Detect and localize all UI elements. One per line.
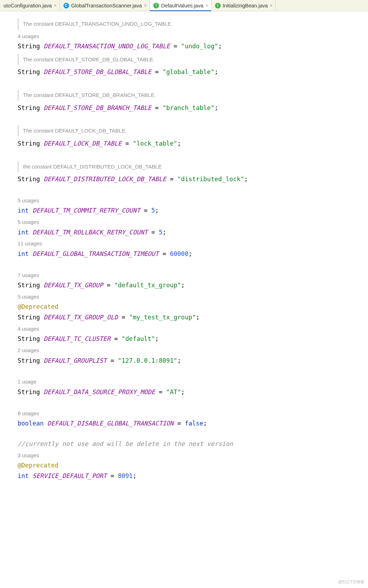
usages-hint[interactable]: 7 usages — [18, 271, 368, 280]
type-token: int — [18, 207, 29, 214]
field-value: "AT" — [166, 388, 181, 396]
blank-line — [18, 398, 368, 408]
field-declaration: String DEFAULT_STORE_DB_BRANCH_TABLE = "… — [18, 103, 368, 114]
blank-line — [18, 366, 368, 376]
type-token: String — [18, 68, 40, 75]
field-declaration: String DEFAULT_TC_CLUSTER = "default"; — [18, 334, 368, 344]
tab-label: DefaultValues.java — [161, 3, 203, 8]
type-token: boolean — [18, 420, 44, 427]
field-declaration: int DEFAULT_GLOBAL_TRANSACTION_TIMEOUT =… — [18, 249, 368, 259]
file-type-icon: I — [215, 3, 221, 8]
field-declaration: int SERVICE_DEFAULT_PORT = 8091; — [18, 471, 368, 482]
close-icon[interactable]: × — [270, 3, 273, 8]
field-name: DEFAULT_DISTRIBUTED_LOCK_DB_TABLE — [44, 176, 166, 183]
field-value: "global_table" — [162, 68, 215, 75]
field-declaration: String DEFAULT_STORE_DB_GLOBAL_TABLE = "… — [18, 67, 368, 78]
tab-2[interactable]: IDefaultValues.java× — [150, 0, 211, 11]
field-name: DEFAULT_GLOBAL_TRANSACTION_TIMEOUT — [32, 250, 159, 257]
field-declaration: String DEFAULT_TRANSACTION_UNDO_LOG_TABL… — [18, 41, 368, 52]
close-icon[interactable]: × — [144, 3, 147, 8]
tab-bar: utoConfiguration.java×CGlobalTransaction… — [0, 0, 368, 11]
field-value: "undo_log" — [181, 43, 218, 50]
field-name: DEFAULT_STORE_DB_GLOBAL_TABLE — [44, 68, 152, 75]
field-declaration: int DEFAULT_TM_ROLLBACK_RETRY_COUNT = 5; — [18, 227, 368, 238]
field-name: DEFAULT_TX_GROUP — [44, 282, 103, 289]
field-value: "lock_table" — [133, 140, 177, 147]
type-token: String — [18, 176, 40, 183]
field-value: "my_test_tx_group" — [129, 314, 196, 321]
type-token: String — [18, 314, 40, 321]
type-token: String — [18, 104, 40, 111]
field-value: 8091 — [118, 472, 133, 479]
type-token: String — [18, 388, 40, 396]
blank-line — [18, 113, 368, 123]
close-icon[interactable]: × — [54, 3, 57, 8]
tab-3[interactable]: IInitializingBean.java× — [211, 0, 276, 11]
field-name: DEFAULT_TX_GROUP_OLD — [44, 314, 118, 321]
type-token: String — [18, 140, 40, 147]
usages-hint[interactable]: 8 usages — [18, 409, 368, 418]
type-token: int — [18, 250, 29, 257]
field-value: "branch_table" — [162, 104, 215, 111]
usages-hint[interactable]: 4 usages — [18, 32, 368, 41]
field-name: DEFAULT_LOCK_DB_TABLE — [44, 140, 122, 147]
tab-label: utoConfiguration.java — [4, 3, 52, 8]
usages-hint[interactable]: 11 usages — [18, 239, 368, 248]
field-value: 5 — [151, 207, 155, 214]
field-declaration: String DEFAULT_TX_GROUP_OLD = "my_test_t… — [18, 312, 368, 323]
field-value: "default" — [122, 335, 155, 342]
type-token: String — [18, 335, 40, 342]
field-declaration: String DEFAULT_GROUPLIST = "127.0.0.1:80… — [18, 356, 368, 366]
usages-hint[interactable]: 5 usages — [18, 218, 368, 227]
type-token: int — [18, 472, 29, 479]
field-declaration: String DEFAULT_TX_GROUP = "default_tx_gr… — [18, 280, 368, 291]
field-name: SERVICE_DEFAULT_PORT — [32, 472, 107, 479]
annotation: @Deprecated — [18, 460, 368, 471]
tab-1[interactable]: CGlobalTransactionScanner.java× — [60, 0, 150, 11]
usages-hint[interactable]: 5 usages — [18, 196, 368, 205]
field-value: false — [185, 420, 203, 427]
field-declaration: String DEFAULT_DISTRIBUTED_LOCK_DB_TABLE… — [18, 174, 368, 185]
field-name: DEFAULT_TM_COMMIT_RETRY_COUNT — [32, 207, 140, 214]
blank-line — [18, 185, 368, 195]
field-value: 60000 — [170, 250, 189, 257]
blank-line — [18, 259, 368, 269]
tab-label: InitializingBean.java — [223, 3, 268, 8]
blank-line — [18, 149, 368, 159]
tab-label: GlobalTransactionScanner.java — [71, 3, 142, 8]
field-value: "default_tx_group" — [114, 282, 181, 289]
javadoc-summary: The constant DEFAULT_TRANSACTION_UNDO_LO… — [18, 18, 368, 30]
javadoc-summary: The constant DEFAULT_LOCK_DB_TABLE. — [18, 125, 368, 136]
field-name: DEFAULT_TC_CLUSTER — [44, 335, 111, 342]
field-name: DEFAULT_STORE_DB_BRANCH_TABLE — [44, 104, 152, 111]
field-name: DEFAULT_TRANSACTION_UNDO_LOG_TABLE — [44, 43, 170, 50]
blank-line — [18, 78, 368, 87]
usages-hint[interactable]: 4 usages — [18, 324, 368, 333]
annotation: @Deprecated — [18, 302, 368, 312]
type-token: String — [18, 282, 40, 289]
usages-hint[interactable]: 3 usages — [18, 451, 368, 460]
javadoc-summary: the constant DEFAULT_DISTRIBUTED_LOCK_DB… — [18, 161, 368, 172]
type-token: String — [18, 43, 40, 50]
field-declaration: boolean DEFAULT_DISABLE_GLOBAL_TRANSACTI… — [18, 418, 368, 429]
field-value: 5 — [159, 229, 162, 236]
field-value: "distributed_lock" — [177, 176, 244, 183]
line-comment: //currently not use and will be delete i… — [18, 439, 368, 449]
usages-hint[interactable]: 5 usages — [18, 292, 368, 301]
type-token: int — [18, 229, 29, 236]
field-declaration: String DEFAULT_LOCK_DB_TABLE = "lock_tab… — [18, 139, 368, 149]
javadoc-summary: The constant DEFAULT_STORE_DB_GLOBAL_TAB… — [18, 54, 368, 65]
field-declaration: int DEFAULT_TM_COMMIT_RETRY_COUNT = 5; — [18, 206, 368, 216]
tab-0[interactable]: utoConfiguration.java× — [0, 0, 60, 11]
field-name: DEFAULT_TM_ROLLBACK_RETRY_COUNT — [32, 229, 148, 236]
type-token: String — [18, 357, 40, 364]
usages-hint[interactable]: 1 usage — [18, 377, 368, 386]
field-name: DEFAULT_DISABLE_GLOBAL_TRANSACTION — [47, 420, 173, 427]
usages-hint[interactable]: 2 usages — [18, 346, 368, 355]
file-type-icon: C — [63, 3, 69, 8]
code-editor[interactable]: The constant DEFAULT_TRANSACTION_UNDO_LO… — [0, 11, 368, 485]
blank-line — [18, 429, 368, 439]
field-declaration: String DEFAULT_DATA_SOURCE_PROXY_MODE = … — [18, 387, 368, 398]
close-icon[interactable]: × — [206, 3, 208, 8]
file-type-icon: I — [153, 3, 159, 8]
